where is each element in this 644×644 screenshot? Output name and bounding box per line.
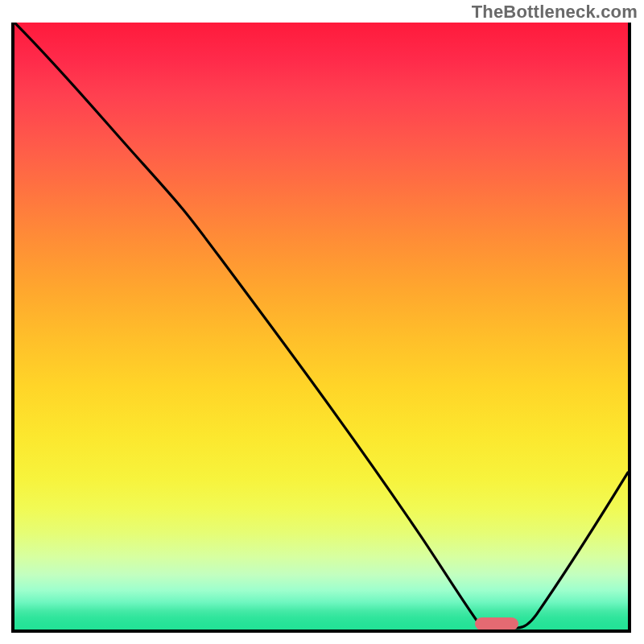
- optimal-marker: [475, 617, 518, 630]
- chart-frame: TheBottleneck.com: [0, 0, 644, 644]
- watermark-text: TheBottleneck.com: [472, 2, 638, 23]
- bottleneck-curve: [14, 23, 628, 628]
- curve-layer: [14, 23, 628, 630]
- plot-area: [11, 23, 631, 633]
